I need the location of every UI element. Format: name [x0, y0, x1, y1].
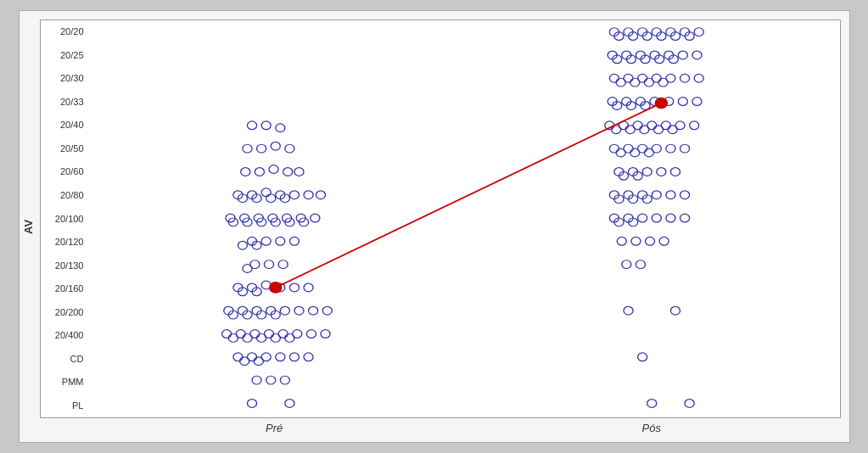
- svg-point-172: [665, 191, 675, 199]
- svg-point-111: [678, 51, 687, 59]
- svg-point-92: [284, 400, 294, 408]
- chart-container: AV 20/20 20/25 20/30 20/33 20/40 20/50 2…: [19, 10, 850, 443]
- scatter-plot: [87, 20, 840, 417]
- svg-point-148: [625, 126, 635, 134]
- svg-point-157: [680, 144, 689, 153]
- svg-point-2: [275, 124, 284, 132]
- svg-point-150: [653, 126, 663, 134]
- svg-point-159: [630, 148, 639, 157]
- svg-point-191: [623, 306, 632, 315]
- svg-point-84: [289, 353, 299, 361]
- svg-point-61: [308, 306, 317, 315]
- chart-inner: 20/20 20/25 20/30 20/33 20/40 20/50 20/6…: [40, 11, 849, 442]
- svg-point-4: [256, 144, 266, 153]
- svg-point-38: [275, 237, 284, 245]
- svg-point-180: [652, 214, 661, 222]
- y-axis-label: AV: [20, 11, 40, 442]
- y-label-2050: 20/50: [41, 144, 84, 154]
- svg-point-188: [659, 237, 669, 245]
- y-label-pl: PL: [41, 401, 84, 411]
- y-label-2040: 20/40: [41, 120, 84, 130]
- y-label-2020: 20/20: [41, 27, 84, 36]
- x-label-pre: Pré: [266, 422, 283, 442]
- svg-point-18: [316, 191, 325, 199]
- plot-area: 20/20 20/25 20/30 20/33 20/40 20/50 20/6…: [40, 20, 841, 418]
- svg-point-85: [304, 353, 313, 361]
- svg-point-123: [680, 74, 689, 82]
- svg-point-173: [680, 191, 689, 199]
- y-label-20160: 20/160: [41, 284, 84, 294]
- y-label-cd: CD: [41, 355, 84, 364]
- svg-point-134: [678, 98, 687, 106]
- svg-point-164: [656, 168, 665, 176]
- svg-point-193: [637, 353, 647, 361]
- svg-point-78: [271, 334, 280, 343]
- svg-point-21: [266, 194, 275, 203]
- svg-point-187: [645, 237, 654, 245]
- y-label-20200: 20/200: [41, 308, 84, 317]
- svg-point-43: [264, 260, 273, 269]
- svg-point-192: [670, 306, 680, 315]
- svg-point-151: [668, 126, 677, 134]
- svg-point-160: [644, 148, 653, 157]
- svg-point-8: [255, 168, 264, 176]
- svg-point-67: [221, 330, 231, 338]
- svg-line-196: [275, 103, 661, 288]
- svg-point-1: [261, 121, 271, 130]
- svg-point-146: [689, 121, 698, 130]
- svg-point-118: [609, 74, 619, 82]
- svg-point-37: [261, 237, 271, 245]
- x-labels: Pré Pós: [40, 418, 849, 442]
- svg-point-186: [630, 237, 640, 245]
- svg-point-29: [310, 214, 319, 222]
- svg-point-195: [685, 400, 694, 408]
- svg-point-74: [320, 330, 329, 338]
- plot-canvas: [87, 20, 840, 417]
- y-label-20100: 20/100: [41, 215, 84, 224]
- svg-point-9: [268, 165, 277, 174]
- svg-point-125: [616, 78, 625, 87]
- svg-point-51: [304, 283, 313, 292]
- svg-point-3: [242, 144, 251, 153]
- svg-point-14: [261, 188, 271, 197]
- svg-point-79: [284, 334, 294, 343]
- svg-point-158: [616, 148, 625, 157]
- svg-point-128: [658, 78, 668, 87]
- svg-point-5: [271, 142, 280, 150]
- svg-point-190: [636, 260, 645, 269]
- svg-point-7: [240, 168, 249, 176]
- svg-point-112: [692, 51, 701, 59]
- svg-point-83: [275, 353, 284, 361]
- y-label-2030: 20/30: [41, 74, 84, 83]
- svg-point-127: [644, 78, 653, 87]
- svg-point-50: [289, 283, 299, 292]
- svg-point-152: [609, 144, 619, 153]
- svg-point-126: [630, 78, 639, 87]
- svg-point-44: [278, 260, 288, 269]
- y-label-20400: 20/400: [41, 331, 84, 340]
- svg-point-149: [639, 126, 648, 134]
- svg-point-75: [228, 334, 238, 343]
- svg-point-80: [232, 353, 242, 361]
- svg-point-40: [238, 241, 247, 249]
- svg-point-182: [680, 214, 689, 222]
- svg-point-89: [266, 376, 275, 384]
- svg-point-165: [670, 168, 680, 176]
- x-label-pos: Pós: [641, 422, 660, 442]
- y-label-2060: 20/60: [41, 167, 84, 176]
- svg-point-163: [642, 168, 652, 176]
- svg-point-99: [694, 28, 703, 36]
- svg-point-86: [239, 357, 249, 366]
- svg-point-135: [692, 98, 701, 106]
- y-label-2080: 20/80: [41, 191, 84, 200]
- y-labels: 20/20 20/25 20/30 20/33 20/40 20/50 20/6…: [41, 20, 87, 417]
- svg-point-87: [254, 357, 263, 366]
- svg-point-60: [294, 306, 303, 315]
- svg-point-88: [252, 376, 261, 384]
- svg-point-76: [242, 334, 251, 343]
- svg-point-73: [306, 330, 316, 338]
- svg-point-62: [322, 306, 332, 315]
- svg-point-10: [283, 168, 292, 176]
- svg-point-59: [280, 306, 289, 315]
- y-label-pmm: PMM: [41, 378, 84, 387]
